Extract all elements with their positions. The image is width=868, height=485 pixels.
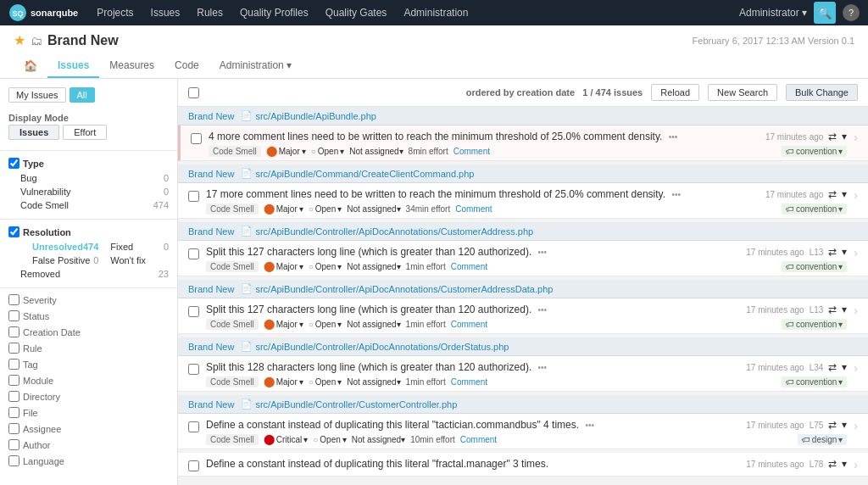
- issue-severity-3[interactable]: ⬤ Major▾: [264, 318, 303, 330]
- issue-type-2[interactable]: Code Smell: [206, 261, 259, 272]
- project-name[interactable]: Brand New: [47, 33, 119, 48]
- issue-item-4[interactable]: Split this 128 characters long line (whi…: [178, 356, 868, 392]
- resolution-filter-checkbox[interactable]: [8, 226, 19, 237]
- issue-status-3[interactable]: ○ Open▾: [309, 320, 342, 329]
- issue-tag-4[interactable]: 🏷 convention▾: [782, 376, 847, 387]
- issue-type-0[interactable]: Code Smell: [209, 146, 261, 157]
- issue-actions-icon-1[interactable]: ⇄: [828, 188, 837, 200]
- group-brand-link-3[interactable]: Brand New: [188, 284, 234, 294]
- file-checkbox[interactable]: [8, 407, 19, 418]
- issue-tag-5[interactable]: 🏷 design▾: [798, 434, 847, 445]
- issue-assigned-1[interactable]: Not assigned▾: [347, 204, 400, 214]
- filter-creation-date[interactable]: Creation Date: [0, 324, 177, 340]
- group-brand-link-0[interactable]: Brand New: [188, 111, 234, 121]
- issue-item-1[interactable]: 17 more comment lines need to be written…: [178, 183, 868, 219]
- issue-checkbox-1[interactable]: [188, 191, 199, 202]
- issue-chevron-4[interactable]: ›: [854, 361, 858, 375]
- logo[interactable]: SQ sonarqube: [8, 3, 78, 22]
- filter-author[interactable]: Author: [0, 437, 177, 453]
- issue-chevron-3[interactable]: ›: [854, 304, 858, 317]
- issue-actions-icon-6[interactable]: ⇄: [828, 458, 837, 470]
- directory-checkbox[interactable]: [8, 391, 19, 402]
- admin-dropdown[interactable]: Administrator ▾: [739, 7, 807, 19]
- filter-severity[interactable]: Severity: [0, 292, 177, 308]
- filter-directory[interactable]: Directory: [0, 388, 177, 404]
- filter-vulnerability[interactable]: Vulnerability 0: [8, 185, 169, 198]
- issue-type-4[interactable]: Code Smell: [206, 376, 259, 387]
- nav-quality-profiles[interactable]: Quality Profiles: [233, 0, 315, 25]
- tab-home[interactable]: 🏠: [14, 55, 47, 78]
- issue-item-2[interactable]: Split this 127 characters long line (whi…: [178, 241, 868, 276]
- issue-actions-icon-4[interactable]: ⇄: [828, 361, 837, 373]
- effort-mode-button[interactable]: Effort: [63, 125, 107, 140]
- issue-checkbox-5[interactable]: [188, 421, 199, 432]
- issue-filter-icon-0[interactable]: ▾: [842, 131, 847, 142]
- module-checkbox[interactable]: [8, 375, 19, 386]
- group-file-link-0[interactable]: 📄 src/ApiBundle/ApiBundle.php: [241, 110, 376, 121]
- issue-status-4[interactable]: ○ Open▾: [309, 377, 342, 387]
- tab-issues[interactable]: Issues: [47, 55, 99, 78]
- group-file-link-1[interactable]: 📄 src/ApiBundle/Command/CreateClientComm…: [241, 168, 474, 179]
- nav-issues[interactable]: Issues: [144, 0, 187, 25]
- issue-type-5[interactable]: Code Smell: [206, 434, 259, 445]
- issue-type-3[interactable]: Code Smell: [206, 319, 259, 330]
- issue-chevron-6[interactable]: ›: [854, 458, 858, 471]
- issue-type-1[interactable]: Code Smell: [206, 203, 259, 215]
- issue-severity-5[interactable]: ⬤ Critical▾: [264, 433, 309, 445]
- group-file-link-3[interactable]: 📄 src/ApiBundle/Controller/ApiDocAnnotat…: [241, 283, 553, 294]
- issue-tag-2[interactable]: 🏷 convention▾: [782, 261, 847, 272]
- filter-wontfix[interactable]: Won't fix: [98, 254, 169, 267]
- search-button[interactable]: 🔍: [814, 2, 836, 24]
- issue-filter-icon-5[interactable]: ▾: [842, 419, 847, 431]
- type-filter-checkbox[interactable]: [8, 158, 19, 169]
- nav-administration[interactable]: Administration: [397, 0, 475, 25]
- issue-chevron-1[interactable]: ›: [854, 188, 858, 202]
- group-file-link-5[interactable]: 📄 src/ApiBundle/Controller/CustomerContr…: [241, 399, 457, 410]
- issue-checkbox-6[interactable]: [188, 460, 199, 471]
- issue-checkbox-0[interactable]: [191, 133, 202, 144]
- issue-checkbox-4[interactable]: [188, 364, 199, 375]
- issue-filter-icon-3[interactable]: ▾: [842, 304, 847, 315]
- nav-rules[interactable]: Rules: [190, 0, 230, 25]
- issue-severity-0[interactable]: ⬤ Major▾: [266, 145, 306, 157]
- author-checkbox[interactable]: [8, 439, 19, 450]
- select-all-checkbox[interactable]: [188, 87, 199, 98]
- issue-status-0[interactable]: ○ Open▾: [311, 147, 345, 156]
- issue-item-3[interactable]: Split this 127 characters long line (whi…: [178, 298, 868, 334]
- issue-filter-icon-4[interactable]: ▾: [842, 361, 847, 373]
- filter-removed[interactable]: Removed 23: [8, 267, 169, 281]
- issue-comment-5[interactable]: Comment: [460, 435, 497, 444]
- issue-assigned-3[interactable]: Not assigned▾: [347, 320, 400, 329]
- issue-assigned-5[interactable]: Not assigned▾: [352, 435, 405, 444]
- issue-comment-1[interactable]: Comment: [455, 204, 492, 214]
- filter-bug[interactable]: Bug 0: [8, 171, 169, 185]
- issue-checkbox-3[interactable]: [188, 306, 199, 317]
- issue-assigned-4[interactable]: Not assigned▾: [347, 377, 400, 387]
- favorite-star-icon[interactable]: ★: [14, 32, 25, 48]
- issue-chevron-0[interactable]: ›: [854, 131, 858, 144]
- group-brand-link-1[interactable]: Brand New: [188, 169, 234, 179]
- issue-actions-icon-5[interactable]: ⇄: [828, 419, 837, 431]
- issue-more-2[interactable]: •••: [538, 248, 548, 257]
- group-brand-link-4[interactable]: Brand New: [188, 342, 234, 352]
- filter-fixed[interactable]: Fixed 0: [98, 240, 169, 254]
- issue-actions-icon-0[interactable]: ⇄: [828, 131, 837, 142]
- issue-actions-icon-3[interactable]: ⇄: [828, 304, 837, 315]
- issue-more-5[interactable]: •••: [585, 421, 594, 430]
- rule-checkbox[interactable]: [8, 343, 19, 354]
- issue-severity-4[interactable]: ⬤ Major▾: [264, 376, 303, 387]
- filter-unresolved[interactable]: Unresolved 474: [20, 240, 98, 254]
- new-search-button[interactable]: New Search: [708, 84, 777, 101]
- tab-code[interactable]: Code: [164, 55, 209, 78]
- help-button[interactable]: ?: [843, 4, 860, 21]
- filter-file[interactable]: File: [0, 404, 177, 421]
- issue-filter-icon-6[interactable]: ▾: [842, 458, 847, 470]
- filter-assignee[interactable]: Assignee: [0, 421, 177, 437]
- issue-status-1[interactable]: ○ Open▾: [309, 204, 342, 214]
- issue-item-5[interactable]: Define a constant instead of duplicating…: [178, 414, 868, 449]
- reload-button[interactable]: Reload: [651, 84, 699, 101]
- filter-false-positive[interactable]: False Positive 0: [20, 254, 98, 267]
- issue-more-0[interactable]: •••: [669, 132, 678, 142]
- issue-assigned-2[interactable]: Not assigned▾: [347, 262, 400, 271]
- issue-filter-icon-2[interactable]: ▾: [842, 246, 847, 258]
